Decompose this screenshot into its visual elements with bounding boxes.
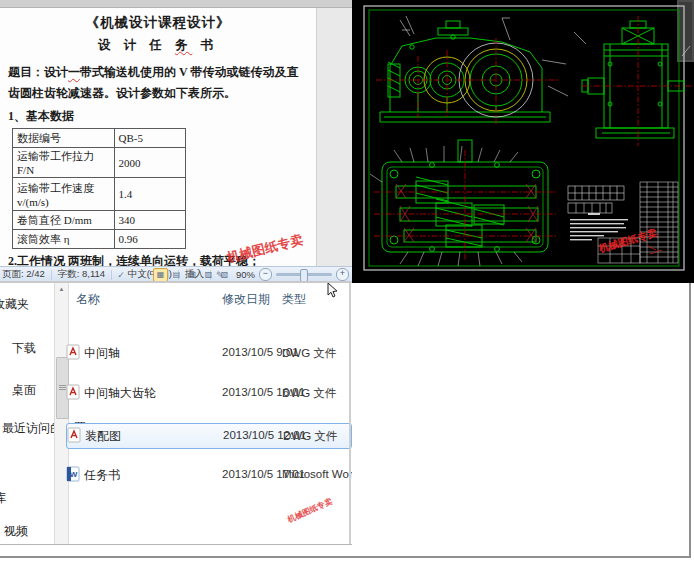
file-row-selected[interactable]: 装配图 2013/10/5 12:01 DWG 文件 [66,423,352,449]
word-page[interactable]: 《机械设计课程设计》 设 计 任 务 书 题目：设计一带式输送机使用的 V 带传… [0,8,316,266]
spellcheck-icon[interactable]: ✓ [116,270,126,280]
table-cell-label: 运输带工作拉力 F/N [13,148,115,178]
dwg-file-icon [66,384,80,400]
outer-border-bottom [0,556,691,558]
sidebar-item-desktop[interactable]: 桌面 [12,382,36,399]
file-name[interactable]: 中间轴 [84,345,120,362]
sidebar-item-favorites[interactable]: 收藏夹 [0,296,29,313]
sidebar-item-videos[interactable]: 视频 [4,523,28,540]
sidebar-item-downloads[interactable]: 下载 [12,340,36,357]
word-window-chrome [0,0,352,8]
dwg-file-icon [67,427,81,443]
table-cell-value: 340 [114,211,185,230]
explorer-bottom-edge [0,544,352,545]
table-cell-label: 数据编号 [13,129,115,148]
spellcheck-squiggle: 一 [68,65,80,79]
doc-subtitle: 设 计 任 务 书 [0,37,316,54]
status-page-number[interactable]: 页面: 2/42 [0,268,47,281]
cad-assembly-drawing [352,0,694,283]
print-layout-view-icon[interactable]: ▦ [153,268,168,282]
table-cell-label: 卷筒直径 D/mm [13,211,115,230]
file-type: DWG 文件 [282,386,336,401]
zoom-controls: 90% − + [236,268,349,280]
mouse-cursor [327,283,339,299]
screen: 《机械设计课程设计》 设 计 任 务 书 题目：设计一带式输送机使用的 V 带传… [0,0,694,561]
file-row[interactable]: 中间轴 2013/10/5 9:01 DWG 文件 [66,341,350,365]
column-header-date[interactable]: 修改日期 [222,291,270,308]
file-explorer-pane: 收藏夹 下载 桌面 最近访问的位置 库 视频 ▲ 名称 修改日期 类型 中间轴 … [0,283,352,561]
svg-text:W: W [70,470,78,479]
doc-paragraph: 2.工作情况 两班制，连续单向运转，载荷平稳； [8,253,316,266]
table-cell-label: 滚筒效率 η [13,230,115,249]
table-cell-value: 0.96 [114,230,185,249]
file-type: DWG 文件 [283,429,337,444]
column-header-name[interactable]: 名称 [76,291,100,308]
cad-scrollbar[interactable] [677,0,694,62]
word-document-pane: 《机械设计课程设计》 设 计 任 务 书 题目：设计一带式输送机使用的 V 带传… [0,0,352,283]
table-cell-label: 运输带工作速度 v/(m/s) [13,178,115,211]
sidebar-scrollbar[interactable]: ▲ [54,283,69,545]
table-cell-value: QB-5 [114,129,185,148]
file-type: Microsoft Wor [282,468,353,480]
sidebar-item-libraries[interactable]: 库 [0,490,6,507]
scroll-up-icon[interactable]: ▲ [55,283,68,296]
zoom-out-button[interactable]: − [259,268,272,281]
fullscreen-view-icon[interactable]: ▤ [169,268,184,282]
red-watermark: 机械图纸专卖 [286,496,334,526]
doc-title: 《机械设计课程设计》 [0,14,316,32]
doc-data-table: 数据编号QB-5 运输带工作拉力 F/N2000 运输带工作速度 v/(m/s)… [12,128,186,249]
outline-view-icon[interactable]: ▨ [201,268,216,282]
file-type: DWG 文件 [282,346,336,361]
zoom-in-button[interactable]: + [336,268,349,281]
draft-view-icon[interactable]: ▧ [217,268,232,282]
file-name[interactable]: 装配图 [85,428,121,445]
word-page-margin [316,8,353,266]
table-cell-value: 1.4 [114,178,185,211]
word-status-bar: 页面: 2/42 字数: 8,114 ✓ 中文(中国) 插入 ✎ ▦ ▤ ▥ ▨… [0,266,352,282]
zoom-level[interactable]: 90% [236,269,255,280]
view-mode-buttons: ▦ ▤ ▥ ▨ ▧ [153,268,232,282]
spellcheck-squiggle: 务 [175,38,193,52]
status-word-count[interactable]: 字数: 8,114 [56,268,107,281]
file-row[interactable]: W 任务书 2013/10/5 17:01 Microsoft Wor [66,463,350,487]
file-name[interactable]: 中间轴大齿轮 [84,385,156,402]
column-header-type[interactable]: 类型 [282,291,306,308]
file-row[interactable]: 中间轴大齿轮 2013/10/5 16:01 DWG 文件 [66,381,350,405]
table-cell-value: 2000 [114,148,185,178]
cad-viewport: 机械图纸专卖 [352,0,694,283]
file-name[interactable]: 任务书 [84,467,120,484]
dwg-file-icon [66,344,80,360]
word-file-icon: W [66,466,80,482]
zoom-slider[interactable] [276,273,332,276]
doc-topic-paragraph: 题目：设计一带式输送机使用的 V 带传动或链传动及直齿圆柱齿轮减速器。设计参数如… [8,62,310,104]
zoom-slider-thumb[interactable] [300,269,308,282]
explorer-window-edge [349,283,351,545]
outer-border-right [689,283,691,558]
doc-section-heading: 1、基本数据 [8,108,316,125]
web-layout-view-icon[interactable]: ▥ [185,268,200,282]
empty-area [352,283,694,561]
doc-body-paragraphs: 2.工作情况 两班制，连续单向运转，载荷平稳； 3.工作环境 室内 ，灰尘较大 … [8,253,316,266]
